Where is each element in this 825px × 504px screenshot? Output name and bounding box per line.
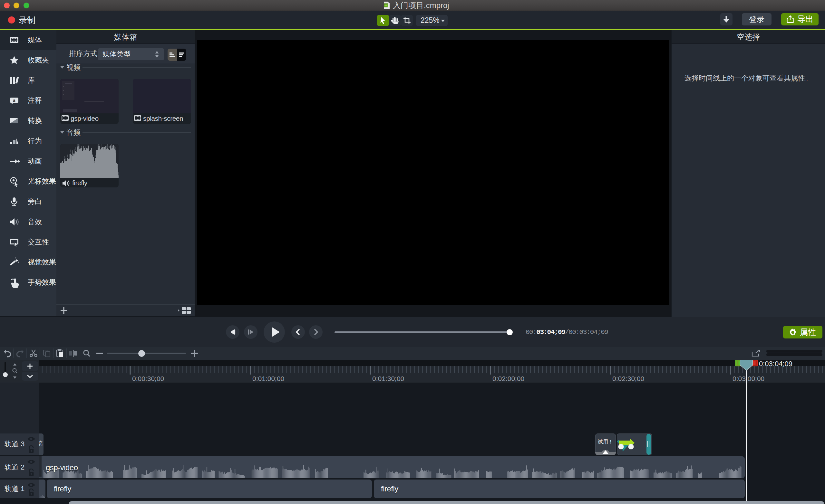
svg-text:a: a — [13, 98, 15, 103]
